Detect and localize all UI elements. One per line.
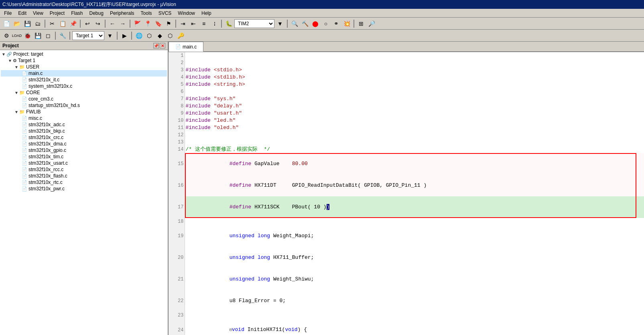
code-20: unsigned long HX711_Buffer;: [185, 247, 644, 268]
tim-dropdown[interactable]: TIM2: [234, 19, 274, 28]
menu-tools[interactable]: Tools: [138, 10, 155, 17]
core-folder-item[interactable]: ▼ 📁 CORE: [1, 89, 167, 96]
compile-btn[interactable]: 🔍: [290, 19, 299, 28]
paste-btn[interactable]: 📌: [68, 19, 78, 28]
misc-c-item[interactable]: 📄 misc.c: [1, 115, 167, 121]
pwr-c-item[interactable]: 📄 stm32f10x_pwr.c: [1, 186, 167, 192]
system-label: system_stm32f10x.c: [28, 83, 72, 89]
save-btn[interactable]: 💾: [22, 19, 32, 28]
close-panel-button[interactable]: ✕: [160, 43, 165, 48]
unindent-btn[interactable]: ⇤: [189, 19, 198, 28]
tim-c-item[interactable]: 📄 stm32f10x_tim.c: [1, 153, 167, 160]
main-c-icon: 📄: [22, 71, 27, 76]
cut-btn[interactable]: ✂: [47, 19, 57, 28]
system-icon: 📄: [22, 84, 27, 89]
menu-debug[interactable]: Debug: [86, 10, 107, 17]
linenum-15: 15: [169, 153, 185, 175]
gpio-c-item[interactable]: 📄 stm32f10x_gpio.c: [1, 147, 167, 153]
tab-main-c[interactable]: 📄 main.c: [169, 42, 203, 52]
linenum-17: 17: [169, 196, 185, 218]
menu-window[interactable]: Window: [175, 10, 198, 17]
core-folder-label: CORE: [26, 90, 40, 95]
menu-file[interactable]: File: [1, 10, 15, 17]
run-btn[interactable]: ▶: [120, 31, 129, 40]
fwlib-folder-item[interactable]: ▼ 📁 FWLIB: [1, 109, 167, 115]
code-editor[interactable]: 1 2 3 #include <stdio.h> 4 #include <std…: [169, 52, 644, 335]
gpio-icon: 📄: [22, 148, 27, 153]
pin-button[interactable]: 📌: [153, 43, 159, 48]
ext2-btn[interactable]: ⬡: [144, 31, 154, 40]
eraser-btn[interactable]: ◻: [43, 31, 53, 40]
target1-item[interactable]: ▼ ⚙ Target 1: [1, 57, 167, 64]
ext1-btn[interactable]: 🌐: [134, 31, 144, 40]
user-folder-item[interactable]: ▼ 📁 USER: [1, 64, 167, 70]
stm32f10x-it-item[interactable]: 📄 stm32f10x_it.c: [1, 77, 167, 83]
stop-btn[interactable]: ⬤: [311, 19, 320, 28]
line-14: 14 /* 这个值需要修正，根据实际 */: [169, 146, 644, 153]
ext3-btn[interactable]: ◆: [155, 31, 165, 40]
link-btn[interactable]: ⚭: [331, 19, 341, 28]
redo-btn[interactable]: ↪: [93, 19, 103, 28]
title-bar: C:\Users\Administrator\Desktop\RCT6_HX71…: [0, 0, 644, 9]
menu-help[interactable]: Help: [198, 10, 215, 17]
ext5-btn[interactable]: 🔑: [176, 31, 185, 40]
startup-item[interactable]: 📄 startup_stm32f10x_hd.s: [1, 102, 167, 109]
build-btn[interactable]: 🔨: [300, 19, 310, 28]
core-cm3-label: core_cm3.c: [28, 96, 53, 102]
crc-c-item[interactable]: 📄 stm32f10x_crc.c: [1, 134, 167, 141]
nav-fwd-btn[interactable]: →: [118, 19, 128, 28]
code-19: unsigned long Weight_Maopi;: [185, 225, 644, 247]
circle-btn[interactable]: ○: [321, 19, 331, 28]
undo-btn[interactable]: ↩: [83, 19, 92, 28]
adc-c-item[interactable]: 📄 stm32f10x_adc.c: [1, 121, 167, 128]
save-all-btn[interactable]: 🗂: [33, 19, 43, 28]
project-panel: Project 📌 ✕ ▼ 🔗 Project: target ▼ ⚙ Targ…: [0, 42, 169, 335]
ext4-btn[interactable]: ⬡: [165, 31, 175, 40]
editor-area: 📄 main.c 1 2 3 #incl: [169, 42, 644, 335]
bookmark-btn[interactable]: 🚩: [132, 19, 142, 28]
menu-peripherals[interactable]: Peripherals: [107, 10, 138, 17]
menu-svcs[interactable]: SVCS: [155, 10, 175, 17]
copy-btn[interactable]: 📋: [58, 19, 67, 28]
rcc-c-item[interactable]: 📄 stm32f10x_rcc.c: [1, 166, 167, 173]
flash-btn[interactable]: 💥: [342, 19, 351, 28]
target-dropdown[interactable]: Target 1: [72, 31, 104, 40]
project-root-item[interactable]: ▼ 🔗 Project: target: [1, 51, 167, 57]
line-4: 4 #include <stdlib.h>: [169, 74, 644, 81]
sep5: [175, 20, 176, 28]
dbg2-btn[interactable]: 🐞: [22, 31, 32, 40]
menu-view[interactable]: View: [30, 10, 47, 17]
flash-c-item[interactable]: 📄 stm32f10x_flash.c: [1, 173, 167, 179]
format2-btn[interactable]: ⫶: [209, 19, 219, 28]
usart-c-item[interactable]: 📄 stm32f10x_usart.c: [1, 160, 167, 166]
open-btn[interactable]: 📂: [12, 19, 22, 28]
chip-btn[interactable]: 💾: [33, 31, 43, 40]
build2-btn[interactable]: ⚙: [2, 31, 11, 40]
system-stm32-item[interactable]: 📄 system_stm32f10x.c: [1, 83, 167, 89]
search2-btn[interactable]: 🔎: [367, 19, 376, 28]
main-c-item[interactable]: 📄 main.c: [1, 70, 167, 77]
fwlib-expand: ▼: [14, 110, 18, 114]
manage-btn[interactable]: 🔧: [58, 31, 67, 40]
main-c-label: main.c: [28, 71, 43, 76]
tim-expand-btn[interactable]: ▼: [275, 19, 285, 28]
load-btn[interactable]: LOAD: [12, 31, 22, 40]
grid-btn[interactable]: ⊞: [356, 19, 366, 28]
bookmark2-btn[interactable]: 📍: [143, 19, 152, 28]
menu-project[interactable]: Project: [47, 10, 68, 17]
new-file-btn[interactable]: 📄: [2, 19, 11, 28]
core-cm3-item[interactable]: 📄 core_cm3.c: [1, 96, 167, 102]
dma-c-item[interactable]: 📄 stm32f10x_dma.c: [1, 141, 167, 147]
bkp-c-item[interactable]: 📄 stm32f10x_bkp.c: [1, 128, 167, 134]
rcc-label: stm32f10x_rcc.c: [28, 167, 63, 172]
rtc-c-item[interactable]: 📄 stm32f10x_rtc.c: [1, 179, 167, 186]
target-expand-btn[interactable]: ▼: [105, 31, 115, 40]
menu-flash[interactable]: Flash: [68, 10, 86, 17]
indent-btn[interactable]: ⇥: [178, 19, 188, 28]
menu-edit[interactable]: Edit: [15, 10, 30, 17]
format-btn[interactable]: ≡: [199, 19, 209, 28]
bookmark4-btn[interactable]: ⚑: [164, 19, 173, 28]
bookmark3-btn[interactable]: 🔖: [153, 19, 163, 28]
line-21: 21 unsigned long Weight_Shiwu;: [169, 268, 644, 290]
nav-back-btn[interactable]: ←: [108, 19, 117, 28]
